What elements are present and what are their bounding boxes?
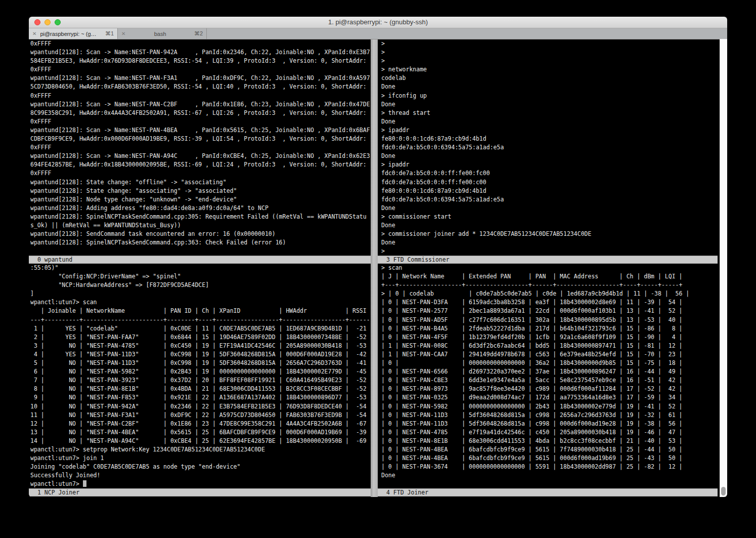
terminal-line: fdc0:de7a:b5c0:0:6394:5a75:a1ad:e5a (381, 195, 727, 204)
terminal-line: wpantund[2128]: SendCommand task encount… (30, 230, 372, 238)
terminal-line: wpantund[2128]: SpinelNCPTaskSendCommand… (30, 238, 372, 247)
terminal-line: 0xFFFF (30, 143, 372, 152)
terminal-line: > (381, 247, 727, 256)
pane-ftd-joiner[interactable]: > scan| J | Network Name | Extended PAN … (378, 264, 727, 488)
tab-close-icon[interactable]: ✕ (32, 31, 36, 36)
terminal-line: | 0 | NEST-PAN-0325 | d9eaa2d008d74ac7 |… (381, 393, 727, 402)
terminal-line: +---+------------------+----------------… (381, 281, 727, 289)
terminal-line: 584EFB21B5E3, HwAddr:0x76D93D8F8DEDCEE3,… (30, 57, 372, 65)
terminal-line: 0xFFFF (30, 169, 372, 178)
terminal-line: wpanctl:utun7> join 1 (30, 454, 372, 463)
prompt-line: wpanctl:utun7> (30, 480, 372, 488)
terminal-content: 0xFFFFwpantund[2128]: Scan -> Name:NEST-… (29, 39, 727, 497)
tab-label: bash (129, 31, 191, 37)
terminal-line: > (381, 57, 727, 65)
terminal-line: Joining "codelab" C0DE7AB5C0DE7AB5 as no… (30, 463, 372, 471)
terminal-line: 694FE42857BE, HwAddr:0x18B43000002095BE,… (30, 160, 372, 169)
terminal-line: fdc0:de7a:b5c0:0:0:ff:fe00:c00 (381, 178, 727, 187)
terminal-line: wpantund[2128]: Scan -> Name:NEST-PAN-C2… (30, 100, 372, 109)
terminal-line: 10 | NO | "NEST-PAN-942A" | 0x2346 | 22 … (30, 402, 372, 411)
terminal-line: 12 | NO | "NEST-PAN-C2BF" | 0x1E86 | 23 … (30, 420, 372, 428)
text-cursor (83, 480, 86, 487)
traffic-lights (34, 19, 61, 25)
terminal-line: > ipaddr (381, 126, 727, 135)
terminal-line: | 0 | NEST-PAN-8973 | 9ac857f8ee3e4420 |… (381, 385, 727, 393)
terminal-line: | 0 | NEST-PAN-D3FA | 6159adc3ba8b3258 |… (381, 298, 727, 307)
terminal-line: | 0 | NEST-PAN-2577 | 2bec1a8893da67a1 |… (381, 307, 727, 315)
terminal-line: > ifconfig up (381, 92, 727, 100)
terminal-line: | 0 | | 0000000000000000 | 36a2 | 18b430… (381, 359, 727, 367)
terminal-line: wpantund[2128]: Scan -> Name:NEST-PAN-4B… (30, 126, 372, 135)
scrollbar-track[interactable] (720, 39, 727, 497)
pane-ncp-joiner[interactable]: :55:05)" "Config:NCP:DriverName" => "spi… (29, 264, 372, 488)
terminal-line: wpantund[2128]: Scan -> Name:NEST-PAN-F3… (30, 74, 372, 82)
terminal-line: | 1 | NEST-PAN-CAA7 | 294149dd4978b678 |… (381, 350, 727, 359)
terminal-line: 4 | YES | "NEST-PAN-11D3" | 0xC998 | 19 … (30, 350, 372, 359)
terminal-line: > thread start (381, 109, 727, 117)
terminal-line: wpantund[2128]: SpinelNCPTaskSendCommand… (30, 213, 372, 221)
terminal-line: 5CD73D804650, HwAddr:0xFAB6303B76F3ED50,… (30, 82, 372, 91)
pane-wpantund-log[interactable]: 0xFFFFwpantund[2128]: Scan -> Name:NEST-… (29, 39, 372, 256)
terminal-line: 0xFFFF (30, 117, 372, 126)
terminal-window: 1. pi@raspberrypi: ~ (gnubby-ssh) ✕ pi@r… (29, 17, 727, 497)
terminal-line: 11 | NO | "NEST-PAN-F3A1" | 0xDF9C | 22 … (30, 411, 372, 420)
zoom-window-button[interactable] (55, 19, 61, 25)
terminal-line: 0xFFFF (30, 65, 372, 74)
terminal-line: Done (381, 238, 727, 247)
tab-label: pi@raspberrypi: ~ (g… (40, 31, 102, 37)
pane-title-wpantund[interactable]: 0 wpantund (29, 256, 371, 264)
close-window-button[interactable] (34, 19, 40, 25)
terminal-line: | 1 | NEST-PAN-008C | 6d3df2bc67aabc64 |… (381, 342, 727, 350)
pane-title-ftd-commissioner[interactable]: 3 FTD Commissioner (378, 256, 718, 264)
terminal-line: | 0 | NEST-PAN-CBE3 | 6dd3e1e9347e4a5a |… (381, 376, 727, 385)
terminal-line: wpantund[2128]: Node type change: "unkno… (30, 195, 372, 204)
terminal-line: Done (381, 204, 727, 213)
terminal-line: codelab (381, 74, 727, 82)
terminal-line: 0xFFFF (30, 39, 372, 48)
terminal-line: | 0 | NEST-PAN-11D3 | 5df36048268d815a |… (381, 420, 727, 428)
terminal-line: Done (381, 100, 727, 109)
terminal-line: 6 | NO | "NEST-PAN-5982" | 0x2B43 | 19 |… (30, 367, 372, 376)
terminal-line: :55:05)" (30, 264, 372, 272)
pane-ftd-commissioner[interactable]: >>>> networknamecodelabDone> ifconfig up… (378, 39, 727, 256)
tab-shortcut: ⌘2 (194, 30, 203, 37)
terminal-line: Done (381, 117, 727, 126)
terminal-line: 14 | NO | "NEST-PAN-A94C" | 0xCBE4 | 25 … (30, 437, 372, 445)
terminal-line: wpantund[2128]: Scan -> Name:NEST-PAN-A9… (30, 152, 372, 160)
pane-ncp-joiner-lines: :55:05)" "Config:NCP:DriverName" => "spi… (30, 264, 372, 480)
terminal-line: wpantund[2128]: State change: "associati… (30, 187, 372, 195)
terminal-line: 9 | NO | "NEST-PAN-F853" | 0x921E | 22 |… (30, 393, 372, 402)
terminal-line: ] (30, 289, 372, 298)
tab-shortcut: ⌘1 (105, 30, 114, 37)
minimize-window-button[interactable] (45, 19, 51, 25)
terminal-line: Done (381, 82, 727, 91)
terminal-line: wpanctl:utun7> setprop Network:Key 1234C… (30, 445, 372, 454)
terminal-line: > commissioner start (381, 213, 727, 221)
window-title: 1. pi@raspberrypi: ~ (gnubby-ssh) (29, 17, 727, 28)
scrollbar-thumb[interactable] (721, 487, 726, 495)
pane-divider[interactable] (371, 39, 378, 497)
tab-bash[interactable]: ✕ bash ⌘2 (118, 28, 207, 39)
terminal-line: 8C99E358C291, HwAddr:0x4A4A3C4FB2502A91,… (30, 109, 372, 117)
tab-close-icon[interactable]: ✕ (121, 31, 125, 36)
terminal-line: > (381, 48, 727, 57)
terminal-line: > (381, 39, 727, 48)
shell-prompt: wpanctl:utun7> (30, 480, 83, 487)
pane-title-ncp-joiner[interactable]: 1 NCP Joiner (29, 488, 371, 496)
pane-title-ftd-joiner[interactable]: 4 FTD Joiner (378, 488, 718, 496)
terminal-line: wpantund[2128]: Scan -> Name:NEST-PAN-94… (30, 48, 372, 57)
tab-ssh-session[interactable]: ✕ pi@raspberrypi: ~ (g… ⌘1 (29, 28, 118, 39)
terminal-line: wpantund[2128]: State change: "offline" … (30, 178, 372, 187)
terminal-line: 1 | YES | "codelab" | 0xC0DE | 11 | C0DE… (30, 324, 372, 333)
terminal-line: | 0 | NEST-PAN-4785 | e7f19a41dc42546c |… (381, 428, 727, 437)
terminal-line: 0xFFFF (30, 92, 372, 100)
terminal-line: wpanctl:utun7> scan (30, 298, 372, 307)
terminal-line: | 0 | NEST-PAN-6566 | d26973220a370ee2 |… (381, 367, 727, 376)
terminal-line: | J | Network Name | Extended PAN | PAN … (381, 272, 727, 281)
terminal-line: > | 0 | codelab | c0de7ab5c0de7ab5 | c0d… (381, 289, 727, 298)
terminal-line: 3 | NO | "NEST-PAN-4785" | 0xC450 | 19 |… (30, 342, 372, 350)
terminal-line: | 0 | NEST-PAN-8E1B | 68e3006cdd411553 |… (381, 437, 727, 445)
terminal-line: CDBFCB9F9CE9, HwAddr:0x000D6F000AD19BE9,… (30, 135, 372, 143)
window-titlebar[interactable]: 1. pi@raspberrypi: ~ (gnubby-ssh) (29, 17, 727, 28)
terminal-line: ---+----------+-----------------------+-… (30, 316, 372, 324)
